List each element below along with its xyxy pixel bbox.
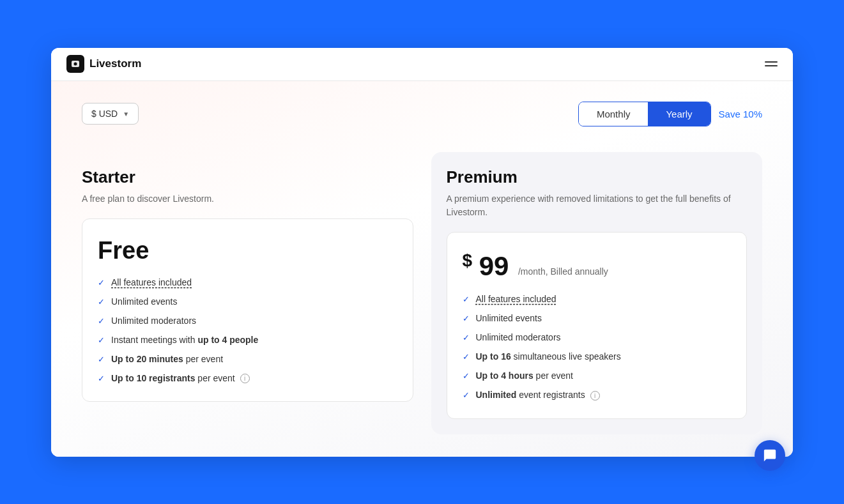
check-icon: ✓: [98, 355, 105, 364]
feature-text: All features included: [111, 277, 192, 287]
check-icon: ✓: [463, 294, 470, 304]
starter-pricing-card: Free ✓ All features included ✓ Unlimited…: [82, 218, 413, 402]
list-item: ✓ Unlimited event registrants i: [463, 390, 732, 401]
list-item: ✓ Up to 10 registrants per event i: [98, 373, 397, 384]
list-item: ✓ Up to 4 hours per event: [463, 370, 732, 381]
check-icon: ✓: [98, 278, 105, 287]
check-icon: ✓: [463, 314, 470, 323]
chevron-down-icon: ▼: [123, 111, 129, 118]
check-icon: ✓: [98, 374, 105, 383]
premium-plan-section: Premium A premium experience with remove…: [431, 152, 763, 434]
list-item: ✓ All features included: [98, 277, 397, 287]
feature-text: Unlimited moderators: [111, 316, 196, 326]
monthly-toggle-button[interactable]: Monthly: [579, 102, 648, 126]
chat-button[interactable]: [755, 440, 785, 471]
premium-pricing-card: $ 99 /month, Billed annually ✓ All featu…: [447, 232, 748, 419]
check-icon: ✓: [463, 371, 470, 381]
info-icon[interactable]: i: [240, 374, 250, 383]
plans-container: Starter A free plan to discover Livestor…: [82, 152, 762, 434]
feature-text: Unlimited events: [476, 313, 542, 323]
list-item: ✓ All features included: [463, 294, 732, 304]
premium-title: Premium: [447, 167, 748, 187]
starter-plan-section: Starter A free plan to discover Livestor…: [82, 152, 413, 434]
feature-text: Up to 4 hours per event: [476, 370, 574, 381]
list-item: ✓ Unlimited moderators: [98, 316, 397, 326]
svg-point-1: [74, 63, 77, 66]
list-item: ✓ Up to 16 simultaneous live speakers: [463, 351, 732, 362]
check-icon: ✓: [463, 390, 470, 400]
starter-price: Free: [98, 237, 397, 264]
check-icon: ✓: [463, 352, 470, 362]
check-icon: ✓: [98, 316, 105, 326]
topbar: Livestorm: [51, 48, 793, 81]
top-controls: $ USD ▼ Monthly Yearly Save 10%: [82, 102, 762, 126]
info-icon[interactable]: i: [590, 391, 600, 401]
list-item: ✓ Unlimited events: [463, 313, 732, 323]
feature-text: Unlimited event registrants i: [476, 390, 600, 401]
feature-text: Up to 20 minutes per event: [111, 354, 223, 364]
billing-toggle: Monthly Yearly Save 10%: [578, 102, 762, 126]
check-icon: ✓: [98, 335, 105, 345]
browser-window: Livestorm $ USD ▼ Monthly Yearly Save 10…: [51, 48, 793, 457]
starter-features-list: ✓ All features included ✓ Unlimited even…: [98, 277, 397, 384]
yearly-toggle-button[interactable]: Yearly: [648, 102, 710, 126]
starter-description: A free plan to discover Livestorm.: [82, 192, 413, 206]
toggle-group: Monthly Yearly: [578, 102, 711, 126]
price-amount: 99: [479, 250, 509, 280]
feature-text: Instant meetings with up to 4 people: [111, 335, 258, 345]
currency-selector[interactable]: $ USD ▼: [82, 103, 139, 125]
premium-features-list: ✓ All features included ✓ Unlimited even…: [463, 294, 732, 401]
starter-title: Starter: [82, 167, 413, 187]
check-icon: ✓: [463, 333, 470, 342]
price-billing-info: /month, Billed annually: [518, 266, 608, 277]
list-item: ✓ Unlimited moderators: [463, 332, 732, 342]
currency-label: $ USD: [91, 109, 118, 119]
menu-button[interactable]: [765, 61, 778, 66]
brand-icon: [66, 55, 84, 73]
list-item: ✓ Up to 20 minutes per event: [98, 354, 397, 364]
feature-text: Unlimited moderators: [476, 332, 561, 342]
feature-text: Up to 16 simultaneous live speakers: [476, 351, 621, 362]
brand-logo: Livestorm: [66, 55, 141, 73]
feature-text: Up to 10 registrants per event i: [111, 373, 250, 384]
price-symbol: $: [463, 250, 473, 270]
check-icon: ✓: [98, 297, 105, 307]
list-item: ✓ Instant meetings with up to 4 people: [98, 335, 397, 345]
main-content: $ USD ▼ Monthly Yearly Save 10% Starter …: [51, 81, 793, 457]
premium-price: $ 99 /month, Billed annually: [463, 250, 732, 282]
feature-text: Unlimited events: [111, 296, 178, 307]
save-badge: Save 10%: [719, 109, 762, 119]
feature-text: All features included: [476, 294, 556, 304]
list-item: ✓ Unlimited events: [98, 296, 397, 307]
premium-description: A premium experience with removed limita…: [447, 192, 748, 219]
brand-name: Livestorm: [89, 57, 141, 70]
